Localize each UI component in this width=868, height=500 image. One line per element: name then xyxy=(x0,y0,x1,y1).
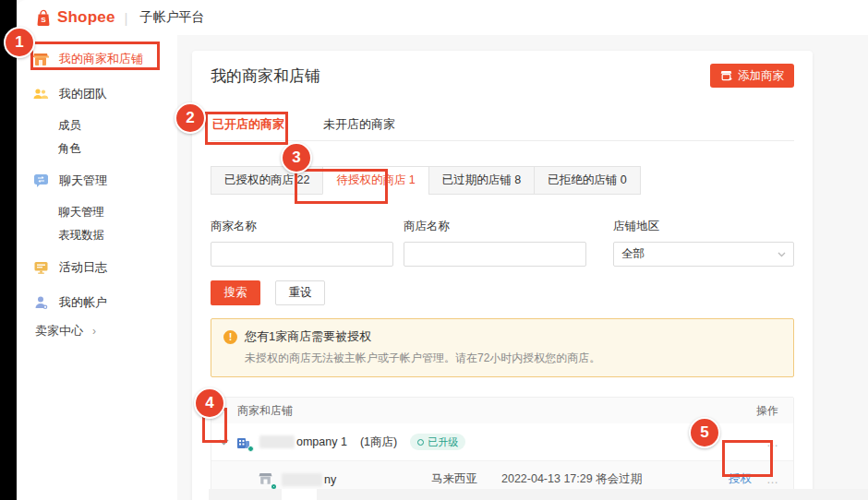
merchant-status-dot xyxy=(247,446,254,452)
svg-text:S: S xyxy=(41,16,46,24)
sidebar-item-roles[interactable]: 角色 xyxy=(17,137,177,161)
merchant-tabs: 已开店的商家 未开店的商家 xyxy=(211,113,794,141)
expand-chevron-icon[interactable] xyxy=(211,439,235,446)
subaccount-platform-app: S Shopee | 子帐户平台 xyxy=(17,0,868,500)
authorize-link[interactable]: 授权 xyxy=(729,471,752,487)
upgraded-badge-ring-icon xyxy=(417,439,424,446)
top-header-bar: S Shopee | 子帐户平台 xyxy=(17,0,868,35)
team-icon xyxy=(32,86,49,102)
chevron-down-icon xyxy=(778,252,786,257)
add-merchant-button[interactable]: 添加商家 xyxy=(710,64,794,88)
add-merchant-label: 添加商家 xyxy=(738,68,784,84)
annotation-circle-step5: 5 xyxy=(689,417,720,448)
sidebar-item-label: 活动日志 xyxy=(59,259,107,276)
region-select[interactable]: 全部 xyxy=(613,242,794,267)
bottom-white-notch xyxy=(282,489,317,500)
subtab-expired-shops[interactable]: 已过期的店铺 8 xyxy=(428,166,535,195)
redacted-merchant-name xyxy=(259,435,295,448)
page-title: 我的商家和店铺 xyxy=(211,65,320,87)
merchant-building-icon xyxy=(235,435,251,450)
shop-region: 马来西亚 xyxy=(431,471,488,487)
tab-opened-merchants[interactable]: 已开店的商家 xyxy=(211,113,286,140)
search-button[interactable]: 搜索 xyxy=(211,280,260,305)
merchant-name-label: 商家名称 xyxy=(211,219,393,234)
chat-icon xyxy=(32,173,49,189)
seller-center-label: 卖家中心 xyxy=(35,323,83,339)
sidebar-item-label: 我的商家和店铺 xyxy=(59,51,143,67)
sidebar-item-label: 我的团队 xyxy=(59,86,107,102)
sidebar-item-my-account[interactable]: 我的帐户 xyxy=(17,288,177,317)
account-icon xyxy=(32,294,49,311)
redacted-shop-name xyxy=(282,473,322,486)
main-content-region: 我的商家和店铺 添加商家 xyxy=(177,35,868,500)
sidebar-item-label: 我的帐户 xyxy=(59,294,107,311)
sidebar-subitem-label: 聊天管理 xyxy=(58,205,104,220)
sidebar: 我的商家和店铺 我的团队 成员 xyxy=(17,35,177,500)
region-select-value: 全部 xyxy=(621,246,645,262)
left-black-strip xyxy=(0,0,17,500)
add-merchant-icon xyxy=(720,70,732,81)
warning-title: 您有1家商店需要被授权 xyxy=(245,328,371,345)
sidebar-item-my-team[interactable]: 我的团队 xyxy=(17,79,177,109)
sidebar-subitem-label: 成员 xyxy=(58,118,81,134)
warning-icon: ! xyxy=(223,330,237,344)
authorization-warning-banner: ! 您有1家商店需要被授权 未授权的商店无法被主帐户或子帐户管理。请在72小时内… xyxy=(211,318,794,377)
sidebar-item-activity-log[interactable]: 活动日志 xyxy=(17,253,177,282)
activity-icon xyxy=(32,259,49,276)
seller-center-link[interactable]: 卖家中心 › xyxy=(35,323,96,339)
merchant-name-input[interactable] xyxy=(211,242,393,267)
chevron-right-icon: › xyxy=(92,325,96,338)
shop-more-actions-icon[interactable]: … xyxy=(766,472,780,486)
sidebar-item-chat-management-sub[interactable]: 聊天管理 xyxy=(17,201,177,224)
platform-title: 子帐户平台 xyxy=(140,9,205,26)
annotation-circle-step2: 2 xyxy=(175,102,206,134)
sidebar-item-chat-management[interactable]: 聊天管理 xyxy=(17,166,177,196)
annotation-circle-step1: 1 xyxy=(4,27,35,58)
subtab-authorized-shops[interactable]: 已授权的商店 22 xyxy=(211,166,323,195)
sidebar-item-my-merchants[interactable]: 我的商家和店铺 xyxy=(17,44,177,74)
shopee-brand: S Shopee | 子帐户平台 xyxy=(35,8,205,27)
sidebar-item-performance-data[interactable]: 表现数据 xyxy=(17,224,177,247)
reset-button[interactable]: 重设 xyxy=(275,280,325,305)
storefront-icon xyxy=(32,51,49,67)
merchant-more-actions-icon[interactable]: … xyxy=(766,435,780,449)
upgraded-badge-label: 已升级 xyxy=(428,435,458,449)
table-header-actions: 操作 xyxy=(756,403,778,419)
subtab-pending-authorization-shops[interactable]: 待授权的商店 1 xyxy=(322,166,428,195)
shop-expiry: 2022-04-13 17:29 将会过期 xyxy=(501,471,642,487)
shop-name-input[interactable] xyxy=(404,242,586,267)
sidebar-subitem-label: 表现数据 xyxy=(58,228,104,244)
shop-name-label: 商店名称 xyxy=(404,219,586,234)
shop-icon xyxy=(258,471,273,487)
brand-name: Shopee xyxy=(57,8,115,27)
shop-region-label: 店铺地区 xyxy=(613,219,794,234)
upgraded-badge: 已升级 xyxy=(410,434,465,450)
merchant-name: ompany 1 xyxy=(296,435,347,448)
brand-divider: | xyxy=(125,10,128,26)
screenshot-canvas: S Shopee | 子帐户平台 xyxy=(0,0,868,500)
merchant-shop-count: (1商店) xyxy=(360,435,397,450)
sidebar-item-members[interactable]: 成员 xyxy=(17,114,177,137)
shopee-bag-icon: S xyxy=(35,9,52,26)
table-header-merchants-shops: 商家和店铺 xyxy=(237,403,293,419)
tab-unopened-merchants[interactable]: 未开店的商家 xyxy=(321,113,397,140)
shop-name: ny xyxy=(324,473,336,486)
subtab-rejected-shops[interactable]: 已拒绝的店铺 0 xyxy=(534,166,640,195)
annotation-circle-step3: 3 xyxy=(281,142,312,173)
annotation-circle-step4: 4 xyxy=(194,387,225,419)
warning-description: 未授权的商店无法被主帐户或子帐户管理。请在72小时内授权您的商店。 xyxy=(245,351,780,366)
sidebar-subitem-label: 角色 xyxy=(58,141,81,157)
sidebar-item-label: 聊天管理 xyxy=(59,173,107,189)
